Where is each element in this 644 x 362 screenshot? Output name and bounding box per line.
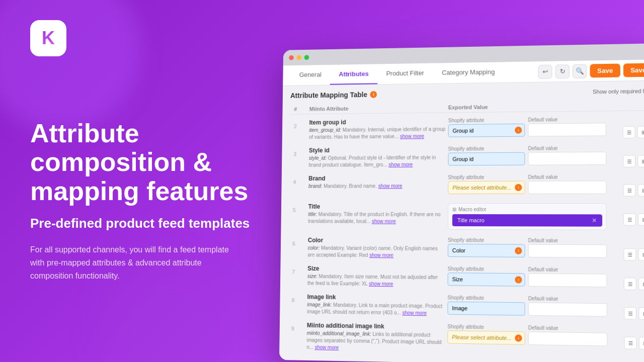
table-header: Attribute Mapping Table i Show only requ… xyxy=(290,87,644,100)
row-grid-icon[interactable]: ⊞ xyxy=(638,213,644,226)
row-grid-icon[interactable]: ⊞ xyxy=(637,155,644,167)
field-row: Shopify attribute Color ! Default value xyxy=(448,237,607,258)
default-field-group: Default value xyxy=(528,145,606,165)
shopify-label: Shopify attribute xyxy=(447,295,525,301)
default-label: Default value xyxy=(528,174,606,180)
show-more-link[interactable]: show more xyxy=(403,310,427,316)
shopify-input[interactable]: Group id xyxy=(448,152,525,166)
row-grid-icon[interactable]: ⊞ xyxy=(639,337,644,349)
table-row: 3 Style id style_id: Optional. Product s… xyxy=(289,142,644,172)
shopify-label: Shopify attribute xyxy=(448,266,525,272)
shopify-input[interactable]: Image xyxy=(447,302,525,316)
default-input[interactable] xyxy=(528,180,606,194)
attr-name: Miinto additional image link xyxy=(307,322,445,331)
default-label: Default value xyxy=(528,116,606,123)
table-row: 8 Image link image_link: Mandatory. Link… xyxy=(287,290,644,323)
shopify-label: Shopify attribute xyxy=(448,174,525,180)
attr-info: Style id style_id: Optional. Product sty… xyxy=(309,146,446,169)
show-required-label[interactable]: Show only required fie... xyxy=(593,88,644,95)
row-list-icon[interactable]: ☰ xyxy=(624,336,636,349)
row-list-icon[interactable]: ☰ xyxy=(624,278,636,290)
browser-maximize-dot[interactable] xyxy=(304,55,309,60)
browser-close-dot[interactable] xyxy=(289,55,294,60)
default-input[interactable] xyxy=(528,152,606,165)
tab-attributes[interactable]: Attributes xyxy=(330,64,377,84)
show-more-link[interactable]: show more xyxy=(315,344,339,350)
search-button[interactable]: 🔍 xyxy=(573,64,587,78)
default-input[interactable] xyxy=(528,273,607,287)
refresh-button[interactable]: ↻ xyxy=(555,64,570,78)
default-input[interactable] xyxy=(528,244,607,258)
row-list-icon[interactable]: ☰ xyxy=(623,126,635,138)
save-button-2[interactable]: Save xyxy=(623,63,644,77)
attr-info: Size size: Mandatory. Item size name. Mu… xyxy=(307,265,446,288)
row-actions: ☰ ⊞ xyxy=(609,267,644,290)
attr-name: Size xyxy=(307,265,446,273)
field-row: Shopify attribute Size ! Default value xyxy=(448,266,607,287)
headline: Attribute composition & mapping features xyxy=(30,119,262,206)
row-list-icon[interactable]: ☰ xyxy=(623,155,635,167)
row-list-icon[interactable]: ☰ xyxy=(623,184,635,196)
show-more-link[interactable]: show more xyxy=(369,281,393,287)
info-icon: i xyxy=(370,91,377,98)
table-row: 9 Miinto additional image link miinto_ad… xyxy=(287,319,644,361)
shopify-field-group: Shopify attribute Please select attribut… xyxy=(448,174,525,194)
browser-minimize-dot[interactable] xyxy=(296,55,301,60)
attr-desc: color: Mandatory. Variant (color) name. … xyxy=(307,245,445,259)
row-grid-icon[interactable]: ⊞ xyxy=(638,248,644,261)
default-input[interactable] xyxy=(528,123,606,136)
field-row: Shopify attribute Group id ! Default val… xyxy=(448,116,606,137)
row-number: 3 xyxy=(293,147,307,157)
table-wrap: Attribute Mapping Table i Show only requ… xyxy=(279,80,644,362)
shopify-input[interactable]: Group id xyxy=(448,124,525,137)
row-number: 7 xyxy=(292,265,305,275)
tab-product-filter[interactable]: Product Filter xyxy=(377,63,433,84)
shopify-label: Shopify attribute xyxy=(448,146,525,152)
undo-button[interactable]: ↩ xyxy=(538,64,552,78)
show-more-link[interactable]: show more xyxy=(372,219,396,224)
shopify-input[interactable]: Size xyxy=(448,273,525,287)
row-list-icon[interactable]: ☰ xyxy=(623,213,636,226)
show-more-link[interactable]: show more xyxy=(388,162,413,167)
row-grid-icon[interactable]: ⊞ xyxy=(637,126,644,138)
save-button[interactable]: Save xyxy=(590,64,620,78)
col-attr: Miinto Attribute xyxy=(309,105,446,112)
shopify-field-group: Shopify attribute Group id ! xyxy=(448,117,525,137)
table-title: Attribute Mapping Table i xyxy=(290,90,377,100)
show-more-link[interactable]: show more xyxy=(378,183,403,189)
field-row: Shopify attribute Please select attribut… xyxy=(448,174,606,194)
show-more-link[interactable]: show more xyxy=(369,252,393,258)
tab-general[interactable]: General xyxy=(290,65,330,85)
row-actions: ☰ ⊞ xyxy=(609,238,644,260)
default-label: Default value xyxy=(528,145,606,151)
row-actions: ☰ ⊞ xyxy=(608,174,644,197)
row-list-icon[interactable]: ☰ xyxy=(624,307,636,320)
tab-category-mapping[interactable]: Category Mapping xyxy=(433,62,504,83)
attr-name: Image link xyxy=(307,293,446,302)
browser-window: General Attributes Product Filter Catego… xyxy=(279,43,644,362)
shopify-input[interactable]: Please select attribute... xyxy=(447,330,525,345)
row-grid-icon[interactable]: ⊞ xyxy=(638,307,644,320)
warning-icon: ! xyxy=(515,276,522,283)
default-field-group: Default value xyxy=(528,238,607,258)
row-grid-icon[interactable]: ⊞ xyxy=(637,184,644,196)
tab-bar-actions: ↩ ↻ 🔍 Save Save xyxy=(538,63,644,78)
attr-name: Color xyxy=(308,237,446,244)
shopify-input-wrap: Group id ! xyxy=(448,124,525,137)
row-grid-icon[interactable]: ⊞ xyxy=(638,278,644,290)
default-input[interactable] xyxy=(528,302,607,317)
default-input[interactable] xyxy=(528,331,607,346)
row-actions: ☰ ⊞ xyxy=(608,116,644,138)
macro-input[interactable]: Title macro ✕ xyxy=(452,214,602,227)
default-label: Default value xyxy=(528,325,607,332)
attr-name: Title xyxy=(308,203,446,210)
shopify-input-wrap: Color ! xyxy=(448,244,525,257)
macro-close-icon[interactable]: ✕ xyxy=(592,217,597,224)
column-headers: # Miinto Attribute Exported Value xyxy=(290,100,644,115)
row-list-icon[interactable]: ☰ xyxy=(623,248,636,261)
shopify-input[interactable]: Color xyxy=(448,244,525,257)
shopify-field-group: Shopify attribute Size ! xyxy=(448,266,525,287)
col-actions xyxy=(608,102,644,109)
shopify-input[interactable]: Please select attribute... xyxy=(448,181,525,194)
show-more-link[interactable]: show more xyxy=(400,133,424,139)
